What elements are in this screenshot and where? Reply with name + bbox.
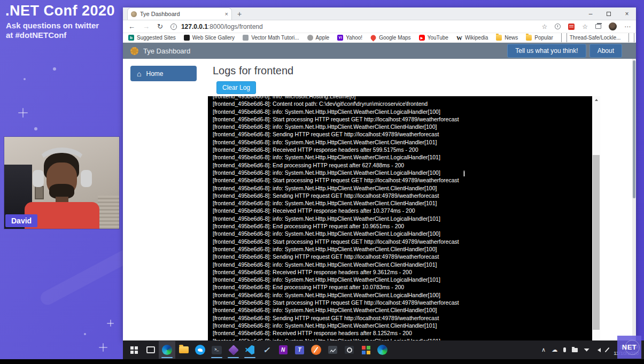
bookmark-item[interactable]: Google Maps	[370, 35, 410, 41]
restore-button[interactable]	[600, 7, 618, 20]
favorite-star-icon[interactable]: ☆	[541, 23, 547, 30]
bookmark-icon	[629, 33, 634, 43]
history-icon[interactable]	[555, 24, 561, 29]
taskbar-app-button[interactable]	[192, 341, 208, 359]
favorites-bar-icon[interactable]: ☆	[582, 23, 588, 30]
bookmark-item[interactable]: ▶ YouTube	[419, 35, 448, 41]
taskbar-app-icon	[228, 345, 239, 355]
taskbar-app-button[interactable]: N	[275, 341, 291, 359]
feedback-button[interactable]: Tell us what you think!	[507, 44, 586, 58]
page-scrollbar-thumb[interactable]	[633, 60, 635, 198]
log-line: [frontend_495be6d6-8]: Sending HTTP requ…	[213, 130, 592, 138]
headphone-cup	[81, 170, 92, 187]
page-title: Logs for frontend	[213, 65, 293, 77]
browser-window: Tye Dashboard × + – × ← → ↻ i 127.0.0.1:…	[123, 7, 636, 340]
taskbar-app-button[interactable]	[242, 341, 258, 359]
bookmark-label: YouTube	[428, 35, 448, 41]
tye-favicon	[131, 11, 137, 17]
log-line: [frontend_495be6d6-8]: Start processing …	[213, 176, 592, 184]
site-info-icon[interactable]: i	[170, 24, 177, 30]
bookmark-item[interactable]: News	[496, 35, 518, 41]
taskbar-app-button[interactable]: T	[291, 341, 308, 359]
log-line: [frontend_495be6d6-8]: info: System.Net.…	[213, 276, 592, 283]
microphone-icon[interactable]	[563, 347, 566, 352]
tray-chevron-icon[interactable]: ∧	[541, 347, 546, 353]
taskbar-app-icon	[162, 345, 172, 355]
sidebar-home-label: Home	[146, 70, 163, 78]
log-line: [frontend_495be6d6-8]: info: System.Net.…	[213, 291, 592, 299]
browser-tab[interactable]: Tye Dashboard ×	[127, 7, 232, 20]
close-button[interactable]: ×	[618, 7, 636, 20]
tray-folder-icon[interactable]	[572, 348, 578, 352]
bookmark-item[interactable]: Apple	[307, 35, 330, 41]
taskbar-app-button[interactable]	[341, 341, 358, 359]
sparkle-decoration	[53, 67, 56, 71]
volume-icon[interactable]	[595, 348, 601, 352]
tab-close-icon[interactable]: ×	[225, 11, 228, 17]
bookmark-item[interactable]: Y! Yahoo!	[337, 35, 362, 41]
log-scrollbar[interactable]	[592, 96, 600, 340]
bookmark-item[interactable]: b Suggested Sites	[128, 35, 176, 41]
browser-menu-icon[interactable]: ⋯	[624, 23, 631, 30]
sparkle-decoration	[99, 343, 107, 352]
conf-subtitle-line1: Ask questions on twitter	[6, 21, 99, 30]
pen-icon[interactable]	[605, 347, 610, 353]
bookmark-item[interactable]: W Wikipedia	[456, 35, 488, 41]
conf-subtitle-line2: at #dotNETConf	[6, 30, 66, 40]
home-icon: ⌂	[137, 70, 141, 78]
new-tab-button[interactable]: +	[237, 10, 242, 18]
clear-log-button[interactable]: Clear Log	[216, 81, 256, 94]
log-line: [frontend_495be6d6-8]: Received HTTP res…	[213, 146, 592, 153]
taskbar-app-button[interactable]: ✓	[258, 341, 275, 359]
taskbar-app-button[interactable]	[324, 341, 341, 359]
taskbar-app-icon	[195, 345, 205, 355]
taskbar-app-button[interactable]	[225, 341, 242, 359]
taskbar-app-button[interactable]	[159, 341, 175, 359]
forward-icon[interactable]: →	[143, 22, 150, 30]
log-line: [frontend_495be6d6-8]: info: System.Net.…	[213, 215, 592, 222]
bookmark-item[interactable]: Vector Math Tutori...	[243, 35, 299, 41]
bookmark-icon	[561, 33, 567, 43]
taskbar-app-icon: >_	[212, 346, 222, 354]
bookmark-icon	[370, 34, 377, 41]
taskbar-app-icon	[328, 346, 337, 354]
taskbar-app-button[interactable]	[142, 341, 159, 359]
bookmarks-bar: b Suggested Sites Web Slice Gallery Vect…	[123, 33, 636, 43]
taskbar-app-icon: N	[279, 345, 288, 354]
collections-icon[interactable]	[595, 24, 601, 29]
restore-icon	[607, 12, 611, 16]
tye-dashboard-page: Tye Dashboard Tell us what you think! Ab…	[123, 43, 636, 340]
taskbar-app-button[interactable]	[308, 341, 324, 359]
tye-brand[interactable]: Tye Dashboard	[143, 47, 190, 55]
bookmark-item[interactable]: Thread-Safe/Lockle...	[561, 33, 621, 43]
back-icon[interactable]: ←	[128, 22, 135, 30]
taskbar-app-button[interactable]	[175, 341, 192, 359]
bookmark-item[interactable]: Web Slice Gallery	[184, 35, 235, 41]
taskbar-app-icon	[130, 346, 138, 354]
profile-avatar[interactable]	[609, 22, 617, 30]
url-field[interactable]: 127.0.0.1:8000/logs/frontend	[181, 23, 263, 30]
taskbar-app-button[interactable]	[358, 341, 374, 359]
taskbar-app-button[interactable]	[374, 341, 391, 359]
page-scrollbar[interactable]	[632, 59, 636, 340]
bookmark-label: Web Slice Gallery	[192, 35, 235, 41]
refresh-icon[interactable]: ↻	[157, 22, 163, 30]
stream-stage: .NET Conf 2020 Ask questions on twitter …	[0, 0, 644, 364]
network-icon[interactable]	[584, 348, 589, 352]
bookmark-label: Suggested Sites	[137, 35, 176, 41]
sparkle-decoration	[107, 320, 114, 327]
minimize-button[interactable]: –	[581, 7, 600, 20]
taskbar-app-button[interactable]	[126, 341, 142, 359]
log-scrollbar-thumb[interactable]	[593, 155, 600, 330]
window-controls: – ×	[581, 7, 636, 20]
log-output[interactable]: [frontend_495be6d6-8]: info: Microsoft.H…	[208, 96, 592, 340]
sidebar-item-home[interactable]: ⌂ Home	[130, 66, 197, 81]
bookmark-item[interactable]: Just A Dash	[629, 33, 636, 43]
extension-icon[interactable]	[568, 24, 575, 30]
taskbar-app-button[interactable]: >_	[208, 341, 225, 359]
bookmark-item[interactable]: Popular	[526, 35, 553, 41]
scrollbar-up-arrow-icon[interactable]	[592, 96, 600, 104]
bookmark-label: Popular	[534, 35, 553, 41]
onedrive-cloud-icon[interactable]: ☁	[552, 347, 557, 353]
about-button[interactable]: About	[589, 44, 622, 58]
